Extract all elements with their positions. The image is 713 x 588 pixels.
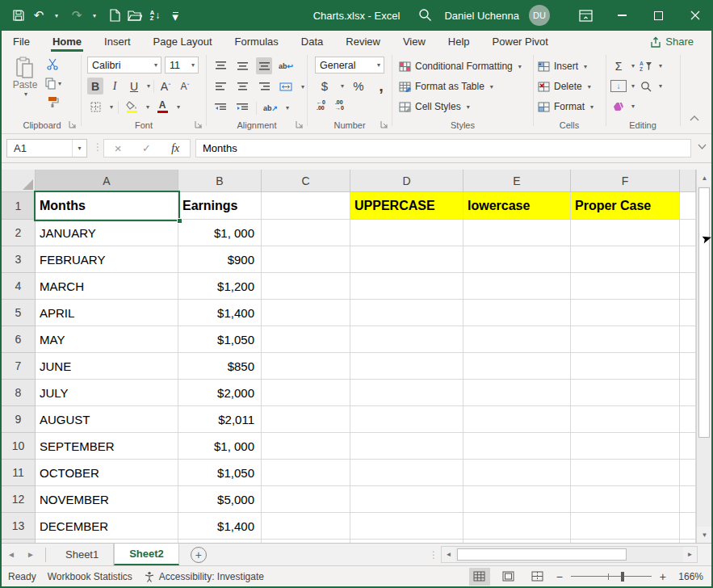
cell-E5[interactable] (463, 300, 571, 326)
cell-D3[interactable] (350, 246, 463, 273)
cell-G6[interactable] (680, 326, 696, 353)
cell-C11[interactable] (262, 460, 350, 486)
cell-A13[interactable]: DECEMBER (36, 513, 178, 540)
cell-D2[interactable] (350, 220, 463, 246)
row-header-1[interactable]: 1 (2, 192, 36, 220)
sheet-tab-sheet2[interactable]: Sheet2 (114, 544, 179, 565)
maximize-button[interactable] (640, 0, 677, 31)
accounting-format-button[interactable]: $ (317, 78, 333, 94)
cell-styles-button[interactable]: Cell Styles ▾ (399, 97, 470, 116)
cell-A8[interactable]: JULY (36, 380, 178, 406)
clear-eraser-icon[interactable] (610, 98, 627, 115)
clear-dropdown-icon[interactable]: ▾ (631, 103, 635, 110)
row-header-10[interactable]: 10 (2, 433, 36, 460)
scroll-right-icon[interactable]: ► (683, 547, 697, 562)
row-header-7[interactable]: 7 (2, 353, 36, 380)
zoom-out-icon[interactable]: − (556, 570, 563, 583)
align-right-icon[interactable] (256, 78, 272, 95)
middle-align-icon[interactable] (234, 57, 250, 74)
row-header-13[interactable]: 13 (2, 513, 36, 540)
sort-filter-icon[interactable]: AZ (638, 57, 654, 74)
horizontal-scrollbar[interactable]: ◄ ► (441, 546, 698, 563)
tab-help[interactable]: Help (437, 31, 481, 52)
number-dialog-launcher-icon[interactable] (380, 120, 388, 128)
merge-center-icon[interactable] (278, 78, 294, 95)
cell-A9[interactable]: AUGUST (36, 406, 178, 433)
row-header-8[interactable]: 8 (2, 380, 36, 406)
new-sheet-icon[interactable]: + (191, 547, 207, 563)
cell-G10[interactable] (680, 433, 696, 460)
scroll-left-icon[interactable]: ◄ (442, 547, 455, 562)
cell-F6[interactable] (571, 326, 680, 353)
cell-E1[interactable]: lowercase (463, 192, 571, 220)
row-header-5[interactable]: 5 (2, 300, 36, 326)
tab-formulas[interactable]: Formulas (224, 31, 290, 52)
cell-C5[interactable] (262, 300, 350, 326)
cell-C10[interactable] (262, 433, 350, 460)
cell-D8[interactable] (350, 380, 463, 406)
normal-view-icon[interactable] (469, 568, 490, 586)
cell-C6[interactable] (262, 326, 350, 353)
collapse-ribbon-icon[interactable] (690, 115, 699, 121)
font-dialog-launcher-icon[interactable] (195, 120, 203, 128)
cell-G12[interactable] (680, 486, 696, 513)
number-format-dropdown-icon[interactable]: ▾ (374, 61, 384, 69)
column-header-A[interactable]: A (36, 170, 178, 192)
cell-G4[interactable] (680, 273, 696, 300)
delete-cells-button[interactable]: Delete ▾ (538, 77, 591, 96)
orientation-icon[interactable]: ab↗ (262, 99, 279, 116)
borders-button[interactable] (87, 99, 103, 116)
accessibility-button[interactable]: Accessibility: Investigate (144, 571, 264, 582)
cell-E2[interactable] (463, 220, 571, 246)
conditional-formatting-button[interactable]: Conditional Formatting ▾ (399, 57, 522, 76)
row-header-9[interactable]: 9 (2, 406, 36, 433)
accounting-format-dropdown-icon[interactable]: ▾ (341, 82, 344, 90)
avatar[interactable]: DU (529, 5, 550, 26)
zoom-level[interactable]: 166% (674, 571, 703, 582)
cell-B12[interactable]: $5,000 (178, 486, 262, 513)
cell-B9[interactable]: $2,011 (178, 406, 262, 433)
column-header-F[interactable]: F (571, 170, 680, 192)
cell-B5[interactable]: $1,400 (178, 300, 262, 326)
font-name-combo[interactable]: Calibri▾ (87, 57, 161, 74)
column-header-D[interactable]: D (350, 170, 463, 192)
column-header-B[interactable]: B (178, 170, 262, 192)
cell-C12[interactable] (262, 486, 350, 513)
select-all-corner[interactable] (2, 170, 36, 192)
cell-A12[interactable]: NOVEMBER (36, 486, 178, 513)
page-break-preview-icon[interactable] (527, 568, 548, 586)
cell-E6[interactable] (463, 326, 571, 353)
cell-G3[interactable] (680, 246, 696, 273)
undo-icon[interactable]: ↶ (31, 6, 46, 25)
cell-A3[interactable]: FEBRUARY (36, 246, 178, 273)
clipboard-dialog-launcher-icon[interactable] (69, 120, 77, 128)
cell-F9[interactable] (571, 406, 680, 433)
copy-button[interactable]: ▾ (45, 78, 61, 90)
cell-A7[interactable]: JUNE (36, 353, 178, 380)
center-icon[interactable] (234, 78, 250, 95)
zoom-slider-thumb[interactable] (621, 572, 624, 582)
format-painter-button[interactable] (47, 96, 59, 108)
cell-D4[interactable] (350, 273, 463, 300)
cell-F12[interactable] (571, 486, 680, 513)
vertical-scrollbar-thumb[interactable] (698, 187, 710, 438)
cell-C2[interactable] (262, 220, 350, 246)
orientation-dropdown-icon[interactable]: ▾ (286, 104, 289, 111)
sheet-nav-right-icon[interactable]: ► (21, 550, 40, 559)
decrease-indent-icon[interactable] (212, 99, 229, 116)
cell-A2[interactable]: JANUARY (36, 220, 178, 246)
fill-color-button[interactable] (124, 99, 140, 116)
cell-F7[interactable] (571, 353, 680, 380)
undo-dropdown-icon[interactable]: ▾ (49, 6, 64, 25)
cell-F1[interactable]: Proper Case (571, 192, 680, 220)
cell-A10[interactable]: SEPTEMBER (36, 433, 178, 460)
autosum-dropdown-icon[interactable]: ▾ (631, 62, 635, 69)
increase-font-size-button[interactable]: Aˆ (157, 78, 174, 94)
cell-C7[interactable] (262, 353, 350, 380)
cell-E12[interactable] (463, 486, 571, 513)
share-button[interactable]: Share (644, 33, 700, 50)
cell-G9[interactable] (680, 406, 696, 433)
horizontal-scrollbar-thumb[interactable] (457, 548, 627, 561)
insert-cells-dropdown-icon[interactable]: ▾ (584, 63, 587, 70)
cell-G2[interactable] (680, 220, 696, 246)
